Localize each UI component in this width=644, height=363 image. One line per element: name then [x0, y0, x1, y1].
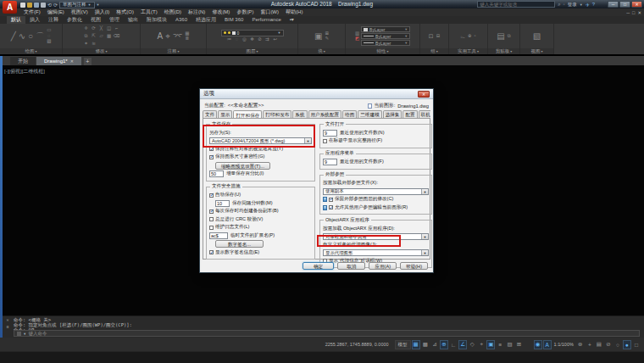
workspace-switching-icon[interactable]: ⊛: [576, 340, 585, 349]
qat-overflow-icon[interactable]: ▼: [97, 3, 100, 7]
apply-button[interactable]: 应用(A): [369, 262, 397, 270]
fillet-icon[interactable]: ⌐: [115, 26, 118, 31]
save-interval-input[interactable]: 10: [215, 200, 230, 207]
search-icon[interactable]: ⌕: [558, 2, 560, 8]
ribbon-tab-insert[interactable]: 插入: [25, 16, 44, 24]
mirror-icon[interactable]: ◫: [107, 26, 111, 31]
lineweight-display-icon[interactable]: ≡: [496, 340, 504, 349]
selection-cycling-icon[interactable]: ⊞: [515, 340, 524, 349]
dynamic-input-icon[interactable]: ⊕: [440, 340, 448, 349]
group-icon[interactable]: ⊡: [429, 33, 434, 39]
mtext-icon[interactable]: ≣: [186, 36, 190, 42]
layer-properties-icon[interactable]: ≔: [227, 37, 232, 42]
redo-icon[interactable]: ⟳: [53, 2, 58, 8]
dimension-icon[interactable]: ⌖: [165, 32, 170, 41]
maximize-button[interactable]: □: [619, 1, 630, 8]
menu-modify[interactable]: 修改(M): [208, 8, 233, 16]
customize-command-icon[interactable]: ≡: [6, 324, 8, 329]
menu-draw[interactable]: 绘图(D): [161, 8, 185, 16]
ribbon-tab-output[interactable]: 输出: [124, 16, 142, 24]
doc-restore-icon[interactable]: □: [632, 10, 635, 15]
isometric-drafting-icon[interactable]: ◇: [468, 340, 476, 349]
ribbon-options-icon[interactable]: ▪▾: [286, 16, 298, 24]
thumbnail-settings-button[interactable]: 缩略图预览设置(T)...: [215, 162, 270, 170]
line-icon[interactable]: ╱: [11, 32, 16, 41]
recent-files-input[interactable]: 9: [323, 130, 337, 137]
signin-chevron-icon[interactable]: ▼: [580, 3, 583, 7]
trim-icon[interactable]: ╳: [100, 26, 103, 31]
ortho-icon[interactable]: ∟: [449, 340, 458, 349]
search-input[interactable]: [477, 1, 555, 8]
menu-insert[interactable]: 插入(I): [92, 8, 114, 16]
measure-icon[interactable]: ⌳: [460, 33, 464, 39]
annotation-visibility-icon[interactable]: ◉: [534, 340, 542, 349]
insert-block-icon[interactable]: ▣: [314, 32, 322, 41]
transparency-icon[interactable]: ▨: [505, 340, 514, 349]
tab-drawing1[interactable]: Drawing1* ✕: [36, 57, 81, 65]
ribbon-tab-home[interactable]: 默认: [7, 16, 25, 24]
menu-help[interactable]: 帮助(H): [282, 8, 306, 16]
close-button[interactable]: ✕: [631, 1, 642, 8]
undo-icon[interactable]: ⟲: [47, 2, 52, 8]
ribbon-tab-addins[interactable]: 附加模块: [142, 16, 171, 24]
arx-demand-dropdown[interactable]: 对象检测和命令调用 ▼: [323, 233, 429, 240]
full-path-checkbox[interactable]: [323, 139, 327, 143]
panel-label-utilities[interactable]: 实用工具: [449, 48, 487, 54]
close-tab-icon[interactable]: ✕: [70, 57, 74, 65]
copy-clip-icon[interactable]: ⧉: [508, 34, 511, 39]
size-compat-checkbox[interactable]: [209, 155, 214, 159]
isolate-objects-icon[interactable]: ○: [613, 340, 622, 349]
command-input[interactable]: ▼ 键入命令: [14, 330, 640, 337]
ribbon-tab-parametric[interactable]: 参数化: [63, 16, 86, 24]
ribbon-tab-annotate[interactable]: 注释: [44, 16, 63, 24]
ribbon-tab-a360[interactable]: A360: [171, 16, 192, 24]
erase-icon[interactable]: ⌫: [114, 34, 120, 39]
arc-icon[interactable]: ⌒: [36, 32, 44, 41]
move-icon[interactable]: ✛: [84, 26, 88, 31]
graphics-performance-icon[interactable]: ●: [623, 340, 631, 349]
menu-tools[interactable]: 工具(T): [137, 8, 161, 16]
dynamic-ucs-icon[interactable]: [525, 340, 533, 349]
layer-match-icon[interactable]: ⇉: [265, 37, 269, 42]
log-file-checkbox[interactable]: [209, 226, 214, 230]
clean-screen-icon[interactable]: □: [632, 340, 641, 349]
open-file-icon[interactable]: [27, 3, 32, 8]
panel-label-layers[interactable]: 图层: [207, 48, 297, 54]
minimize-button[interactable]: ─: [608, 1, 619, 8]
layer-isolate-icon[interactable]: ◎: [242, 37, 247, 42]
base-view-icon[interactable]: ▧: [533, 32, 541, 41]
new-tab-button[interactable]: +: [84, 58, 92, 65]
coordinates-readout[interactable]: 2255.2867, 1745.8889, 0.0000: [325, 342, 389, 347]
ribbon-tab-view[interactable]: 视图: [86, 16, 105, 24]
circle-icon[interactable]: ○: [28, 32, 33, 41]
annotation-scale-button[interactable]: 1:1/100%: [552, 342, 575, 347]
menu-file[interactable]: 文件(F): [20, 8, 44, 16]
panel-label-draw[interactable]: 绘图: [0, 48, 62, 54]
text-icon[interactable]: A: [157, 32, 163, 41]
ok-button[interactable]: 确定: [303, 262, 334, 270]
menu-view[interactable]: 视图(V): [68, 8, 92, 16]
temp-ext-input[interactable]: ac$: [209, 232, 228, 239]
panel-label-view[interactable]: 视图: [520, 48, 553, 54]
hatch-icon[interactable]: ▨: [47, 39, 51, 44]
a360-icon[interactable]: ✈: [586, 2, 590, 8]
ribbon-tab-performance[interactable]: Performance: [247, 16, 285, 24]
snap-mode-icon[interactable]: ▩: [421, 340, 430, 349]
layer-prev-icon[interactable]: ↩: [273, 37, 277, 42]
explode-icon[interactable]: ✶: [84, 42, 88, 47]
doc-close-icon[interactable]: ✕: [637, 10, 641, 15]
panel-label-block[interactable]: 块: [298, 48, 345, 54]
signin-button[interactable]: 登录: [568, 2, 577, 8]
cancel-button[interactable]: 取消: [337, 262, 365, 270]
digital-signature-button[interactable]: 数字签名...: [215, 240, 264, 248]
id-point-icon[interactable]: ▫: [475, 34, 476, 39]
copy-icon[interactable]: ⧉: [85, 34, 88, 39]
ribbon-tab-bim360[interactable]: BIM 360: [220, 16, 247, 24]
panel-label-groups[interactable]: 组: [420, 48, 448, 54]
recent-commands-icon[interactable]: [17, 332, 21, 336]
xref-demand-dropdown[interactable]: 使用副本 ▼: [323, 188, 429, 195]
ungroup-icon[interactable]: ⊟: [436, 34, 441, 39]
quick-properties-icon[interactable]: ▤: [595, 340, 603, 349]
doc-minimize-icon[interactable]: ─: [626, 10, 630, 15]
linetype-dropdown[interactable]: ByLayer ▼: [361, 40, 410, 46]
